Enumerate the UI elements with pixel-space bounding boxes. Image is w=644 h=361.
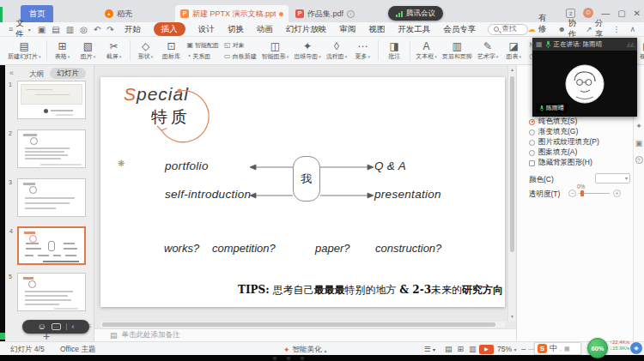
horizontal-scrollbar[interactable] bbox=[100, 322, 505, 328]
ribbon-tab-切换[interactable]: 切换 bbox=[228, 24, 244, 35]
slide-thumbnail-1[interactable]: 1 bbox=[17, 81, 86, 119]
chevron-left-icon[interactable]: ‹ bbox=[72, 323, 75, 331]
checkbox-control[interactable] bbox=[529, 160, 535, 166]
ime-toolbar[interactable]: S 中 , ▦ bbox=[534, 342, 581, 355]
transparency-plus-button[interactable]: + bbox=[613, 190, 621, 197]
question-works[interactable]: works? bbox=[164, 242, 199, 255]
ribbon-tab-插入[interactable]: 插入 bbox=[154, 22, 185, 36]
meeting-video-overlay[interactable]: ▦ 正在讲话: 陈雨晴 ◭◭ 陈雨晴 bbox=[532, 38, 637, 117]
radio-control[interactable] bbox=[529, 140, 535, 146]
toolbar-智能配图[interactable]: ▣智能配图 bbox=[187, 41, 220, 50]
taskbar-icon[interactable] bbox=[301, 357, 304, 360]
ribbon-tab-视图[interactable]: 视图 bbox=[368, 24, 385, 35]
preview-icon[interactable]: ◎ bbox=[80, 25, 88, 34]
toolbar-表格[interactable]: ⊞表格▾ bbox=[50, 38, 76, 64]
toolbar-图表[interactable]: ◪图表▾ bbox=[501, 38, 526, 64]
toolbar-新建幻灯片[interactable]: ▤新建幻灯片▾ bbox=[5, 38, 44, 64]
ribbon-tab-会员专享[interactable]: 会员专享 bbox=[443, 24, 476, 35]
fill-option-渐变填充(G)[interactable]: 渐变填充(G) bbox=[529, 127, 629, 137]
vertical-scrollbar[interactable]: ▲ ▼ bbox=[507, 65, 515, 321]
radio-control[interactable] bbox=[529, 119, 535, 125]
color-dropdown[interactable] bbox=[595, 173, 630, 184]
theme-name[interactable]: Office 主题 bbox=[60, 345, 95, 355]
question-competition[interactable]: competition? bbox=[212, 242, 276, 255]
booster-ball[interactable]: 60% bbox=[587, 338, 608, 358]
more-menu-icon[interactable]: ⋮ bbox=[612, 25, 620, 33]
tab-slides[interactable]: 幻灯片 bbox=[50, 68, 86, 79]
slide-canvas[interactable]: Special 特质 ❋ portfolio self-introduction… bbox=[100, 77, 505, 307]
scrollbar-thumb[interactable] bbox=[510, 76, 514, 252]
floating-app-ball[interactable]: ◈ bbox=[630, 342, 642, 354]
question-paper[interactable]: paper? bbox=[315, 242, 349, 255]
taskbar-icon[interactable] bbox=[287, 357, 290, 360]
scroll-down-icon[interactable]: ▼ bbox=[509, 314, 515, 319]
ribbon-tab-动画[interactable]: 动画 bbox=[257, 24, 273, 35]
collapse-ribbon-icon[interactable]: ∧ bbox=[629, 25, 635, 33]
scrollbar-thumb[interactable] bbox=[102, 322, 495, 327]
toolbar-批注[interactable]: ◨批注 bbox=[381, 38, 407, 64]
tab-presentation-document[interactable]: P 新建 PPTX 演示文稿.pptx bbox=[175, 5, 289, 22]
layout-icon[interactable]: ▣ bbox=[635, 139, 643, 147]
toolbar-形状[interactable]: ◇形状▾ bbox=[133, 38, 159, 64]
toolbar-智能图形[interactable]: ◫智能图形▾ bbox=[259, 38, 292, 64]
slide-thumbnail-2[interactable]: 2 bbox=[17, 129, 86, 168]
toolbar-白板新建[interactable]: ▭白板新建 bbox=[224, 52, 257, 61]
slide-thumbnail-3[interactable]: 3 bbox=[17, 178, 86, 217]
redo-icon[interactable]: ↷ bbox=[106, 25, 113, 34]
ribbon-tab-幻灯片放映[interactable]: 幻灯片放映 bbox=[286, 24, 327, 35]
ime-language[interactable]: 中 bbox=[550, 343, 557, 354]
keyboard-icon[interactable]: ▦ bbox=[564, 346, 570, 352]
zoom-out-button[interactable]: − bbox=[521, 345, 526, 354]
meeting-floating-pill[interactable]: 腾讯会议 bbox=[388, 6, 443, 21]
effects-icon[interactable]: ✦ bbox=[635, 122, 642, 130]
radio-control[interactable] bbox=[529, 150, 535, 156]
normal-view-icon[interactable]: ▤ bbox=[445, 345, 453, 353]
tab-docer[interactable]: ▴ 稻壳 bbox=[100, 5, 137, 22]
command-search[interactable]: 查找 bbox=[488, 24, 528, 35]
toolbar-流程图[interactable]: ◊流程图▾ bbox=[324, 38, 350, 64]
transparency-minus-button[interactable]: − bbox=[568, 190, 576, 197]
tab-pdf-document[interactable]: P 作品集.pdf i bbox=[290, 5, 386, 22]
tab-outline[interactable]: 大纲 bbox=[29, 69, 44, 80]
save-icon[interactable]: ▣ bbox=[38, 25, 46, 34]
toolbar-页眉和页脚[interactable]: ▥页眉和页脚 bbox=[440, 38, 475, 64]
scroll-up-icon[interactable]: ▲ bbox=[509, 67, 515, 72]
question-construction[interactable]: construction? bbox=[375, 242, 441, 255]
reading-view-icon[interactable]: ▥ bbox=[469, 345, 477, 353]
toolbar-关系图[interactable]: ◔关系图 bbox=[187, 52, 220, 61]
toolbar-更多[interactable]: ⋯更多▾ bbox=[349, 38, 375, 64]
toolbar-艺术字[interactable]: ✎艺术字▾ bbox=[475, 38, 501, 64]
slide-thumbnail-5[interactable]: 5 bbox=[17, 273, 86, 311]
fill-option-图案填充(A)[interactable]: 图案填充(A) bbox=[529, 147, 629, 158]
ribbon-tab-开发工具[interactable]: 开发工具 bbox=[398, 24, 430, 35]
fill-option-图片或纹理填充(P)[interactable]: 图片或纹理填充(P) bbox=[529, 137, 629, 147]
ribbon-tab-设计[interactable]: 设计 bbox=[198, 24, 215, 35]
sorter-view-icon[interactable]: ⊞ bbox=[458, 345, 465, 353]
toolbar-思维导图[interactable]: ✦思维导图▾ bbox=[291, 38, 324, 64]
notes-toggle[interactable]: ☰ ▾ bbox=[424, 345, 435, 353]
ribbon-tab-开始[interactable]: 开始 bbox=[125, 24, 141, 35]
taskbar-icon[interactable] bbox=[273, 357, 276, 360]
ribbon-tab-审阅[interactable]: 审阅 bbox=[339, 24, 355, 35]
toolbar-截屏[interactable]: ✂截屏▾ bbox=[101, 38, 127, 64]
notes-bar[interactable]: ▤ 单击此处添加备注 bbox=[94, 328, 516, 341]
smart-beautify-button[interactable]: ✦ 智能美化 ▴ bbox=[283, 345, 327, 355]
toolbar-图标库[interactable]: ⊡图标库 bbox=[159, 38, 185, 64]
toolbar-文本框[interactable]: A文本框▾ bbox=[413, 38, 440, 64]
export-icon[interactable]: ▤ bbox=[52, 25, 59, 34]
meeting-reaction-bar[interactable]: ☺ ⋯ ‹ bbox=[22, 320, 89, 334]
tips-text[interactable]: TIPS: 思考自己最最最特别的地方 & 2-3未来的研究方向 bbox=[238, 283, 497, 298]
emoji-icon[interactable]: ☺ bbox=[37, 322, 46, 331]
zoom-level[interactable]: 75% ▾ bbox=[497, 345, 516, 353]
toolbar-图片[interactable]: ▧图片▾ bbox=[76, 38, 101, 64]
transparency-slider-thumb[interactable] bbox=[580, 190, 584, 196]
fill-option-隐藏背景图形(H)[interactable]: 隐藏背景图形(H) bbox=[529, 158, 629, 168]
toolbar-对象[interactable]: ◱对象 bbox=[224, 41, 257, 50]
slide-thumbnail-4-selected[interactable]: 4 bbox=[17, 226, 86, 265]
undo-icon[interactable]: ↶ bbox=[94, 25, 100, 34]
fill-option-纯色填充(S)[interactable]: 纯色填充(S) bbox=[529, 117, 629, 127]
chat-icon[interactable]: ⋯ bbox=[52, 323, 61, 330]
ime-punct-icon[interactable]: , bbox=[560, 346, 562, 352]
help-icon[interactable]: ? bbox=[635, 156, 643, 164]
slideshow-play-button[interactable]: ▶ bbox=[479, 345, 494, 354]
